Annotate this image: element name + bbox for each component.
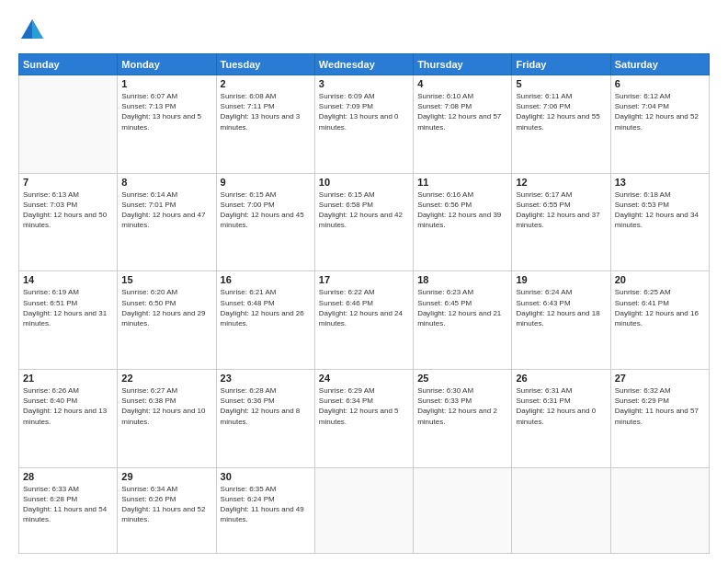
day-info: Sunrise: 6:07 AMSunset: 7:13 PMDaylight:… bbox=[121, 91, 211, 132]
day-number: 6 bbox=[615, 78, 705, 89]
calendar-cell: 12Sunrise: 6:17 AMSunset: 6:55 PMDayligh… bbox=[512, 173, 610, 271]
day-number: 9 bbox=[221, 177, 311, 188]
day-number: 29 bbox=[121, 471, 211, 482]
calendar-cell: 25Sunrise: 6:30 AMSunset: 6:33 PMDayligh… bbox=[414, 369, 512, 467]
day-info: Sunrise: 6:34 AMSunset: 6:26 PMDaylight:… bbox=[121, 484, 211, 525]
calendar-cell: 5Sunrise: 6:11 AMSunset: 7:06 PMDaylight… bbox=[512, 75, 610, 174]
day-number: 24 bbox=[319, 373, 409, 384]
svg-marker-1 bbox=[32, 19, 43, 39]
day-number: 7 bbox=[23, 177, 113, 188]
day-info: Sunrise: 6:09 AMSunset: 7:09 PMDaylight:… bbox=[319, 91, 409, 132]
day-number: 22 bbox=[121, 373, 211, 384]
day-number: 3 bbox=[319, 78, 409, 89]
day-info: Sunrise: 6:33 AMSunset: 6:28 PMDaylight:… bbox=[23, 484, 113, 525]
day-number: 18 bbox=[417, 274, 507, 285]
day-info: Sunrise: 6:10 AMSunset: 7:08 PMDaylight:… bbox=[417, 91, 507, 132]
calendar-day-header: Tuesday bbox=[216, 54, 314, 75]
day-number: 4 bbox=[417, 78, 507, 89]
day-number: 30 bbox=[221, 471, 311, 482]
calendar-cell: 30Sunrise: 6:35 AMSunset: 6:24 PMDayligh… bbox=[216, 467, 314, 553]
day-info: Sunrise: 6:30 AMSunset: 6:33 PMDaylight:… bbox=[417, 385, 507, 427]
calendar-cell: 19Sunrise: 6:24 AMSunset: 6:43 PMDayligh… bbox=[512, 271, 610, 370]
day-number: 20 bbox=[615, 274, 705, 285]
day-info: Sunrise: 6:21 AMSunset: 6:48 PMDaylight:… bbox=[221, 287, 311, 328]
calendar-cell: 16Sunrise: 6:21 AMSunset: 6:48 PMDayligh… bbox=[216, 271, 314, 370]
day-info: Sunrise: 6:16 AMSunset: 6:56 PMDaylight:… bbox=[417, 190, 507, 231]
day-number: 16 bbox=[221, 274, 311, 285]
calendar-cell: 7Sunrise: 6:13 AMSunset: 7:03 PMDaylight… bbox=[19, 173, 118, 271]
day-info: Sunrise: 6:17 AMSunset: 6:55 PMDaylight:… bbox=[516, 190, 606, 231]
calendar-cell: 10Sunrise: 6:15 AMSunset: 6:58 PMDayligh… bbox=[314, 173, 413, 271]
calendar-cell: 18Sunrise: 6:23 AMSunset: 6:45 PMDayligh… bbox=[414, 271, 512, 370]
header bbox=[18, 17, 710, 44]
calendar-day-header: Saturday bbox=[610, 54, 709, 75]
calendar-cell: 28Sunrise: 6:33 AMSunset: 6:28 PMDayligh… bbox=[19, 467, 118, 553]
calendar-table: SundayMondayTuesdayWednesdayThursdayFrid… bbox=[18, 53, 710, 554]
day-number: 2 bbox=[221, 78, 311, 89]
calendar-cell: 9Sunrise: 6:15 AMSunset: 7:00 PMDaylight… bbox=[216, 173, 314, 271]
calendar-cell bbox=[414, 467, 512, 553]
calendar-cell: 27Sunrise: 6:32 AMSunset: 6:29 PMDayligh… bbox=[610, 369, 709, 467]
day-info: Sunrise: 6:20 AMSunset: 6:50 PMDaylight:… bbox=[121, 287, 211, 328]
calendar-day-header: Wednesday bbox=[314, 54, 413, 75]
day-info: Sunrise: 6:27 AMSunset: 6:38 PMDaylight:… bbox=[121, 385, 211, 427]
calendar-cell: 26Sunrise: 6:31 AMSunset: 6:31 PMDayligh… bbox=[512, 369, 610, 467]
calendar-cell: 3Sunrise: 6:09 AMSunset: 7:09 PMDaylight… bbox=[314, 75, 413, 174]
calendar-day-header: Friday bbox=[512, 54, 610, 75]
calendar-day-header: Thursday bbox=[414, 54, 512, 75]
logo-icon bbox=[18, 17, 46, 44]
day-number: 15 bbox=[121, 274, 211, 285]
day-number: 25 bbox=[417, 373, 507, 384]
day-info: Sunrise: 6:15 AMSunset: 7:00 PMDaylight:… bbox=[221, 190, 311, 231]
day-info: Sunrise: 6:31 AMSunset: 6:31 PMDaylight:… bbox=[516, 385, 606, 427]
calendar-cell: 1Sunrise: 6:07 AMSunset: 7:13 PMDaylight… bbox=[118, 75, 216, 174]
calendar-cell: 21Sunrise: 6:26 AMSunset: 6:40 PMDayligh… bbox=[19, 369, 118, 467]
calendar-cell: 13Sunrise: 6:18 AMSunset: 6:53 PMDayligh… bbox=[610, 173, 709, 271]
day-number: 27 bbox=[615, 373, 705, 384]
day-number: 13 bbox=[615, 177, 705, 188]
calendar-cell: 4Sunrise: 6:10 AMSunset: 7:08 PMDaylight… bbox=[414, 75, 512, 174]
calendar-cell: 23Sunrise: 6:28 AMSunset: 6:36 PMDayligh… bbox=[216, 369, 314, 467]
day-number: 11 bbox=[417, 177, 507, 188]
day-info: Sunrise: 6:08 AMSunset: 7:11 PMDaylight:… bbox=[221, 91, 311, 132]
day-info: Sunrise: 6:14 AMSunset: 7:01 PMDaylight:… bbox=[121, 190, 211, 231]
calendar-cell: 2Sunrise: 6:08 AMSunset: 7:11 PMDaylight… bbox=[216, 75, 314, 174]
day-info: Sunrise: 6:11 AMSunset: 7:06 PMDaylight:… bbox=[516, 91, 606, 132]
calendar-cell bbox=[19, 75, 118, 174]
calendar-cell: 11Sunrise: 6:16 AMSunset: 6:56 PMDayligh… bbox=[414, 173, 512, 271]
day-info: Sunrise: 6:22 AMSunset: 6:46 PMDaylight:… bbox=[319, 287, 409, 328]
day-info: Sunrise: 6:23 AMSunset: 6:45 PMDaylight:… bbox=[417, 287, 507, 328]
day-number: 28 bbox=[23, 471, 113, 482]
calendar-cell bbox=[512, 467, 610, 553]
calendar-header-row: SundayMondayTuesdayWednesdayThursdayFrid… bbox=[19, 54, 710, 75]
day-number: 17 bbox=[319, 274, 409, 285]
calendar-cell bbox=[314, 467, 413, 553]
day-info: Sunrise: 6:18 AMSunset: 6:53 PMDaylight:… bbox=[615, 190, 705, 231]
logo bbox=[18, 17, 50, 44]
day-number: 14 bbox=[23, 274, 113, 285]
day-number: 21 bbox=[23, 373, 113, 384]
calendar-cell: 24Sunrise: 6:29 AMSunset: 6:34 PMDayligh… bbox=[314, 369, 413, 467]
day-number: 26 bbox=[516, 373, 606, 384]
calendar-cell: 29Sunrise: 6:34 AMSunset: 6:26 PMDayligh… bbox=[118, 467, 216, 553]
day-number: 23 bbox=[221, 373, 311, 384]
calendar-cell: 6Sunrise: 6:12 AMSunset: 7:04 PMDaylight… bbox=[610, 75, 709, 174]
calendar-cell: 15Sunrise: 6:20 AMSunset: 6:50 PMDayligh… bbox=[118, 271, 216, 370]
day-number: 10 bbox=[319, 177, 409, 188]
day-number: 12 bbox=[516, 177, 606, 188]
calendar-day-header: Sunday bbox=[19, 54, 118, 75]
day-number: 1 bbox=[121, 78, 211, 89]
day-info: Sunrise: 6:28 AMSunset: 6:36 PMDaylight:… bbox=[221, 385, 311, 427]
day-number: 19 bbox=[516, 274, 606, 285]
day-info: Sunrise: 6:24 AMSunset: 6:43 PMDaylight:… bbox=[516, 287, 606, 328]
day-info: Sunrise: 6:26 AMSunset: 6:40 PMDaylight:… bbox=[23, 385, 113, 427]
day-info: Sunrise: 6:29 AMSunset: 6:34 PMDaylight:… bbox=[319, 385, 409, 427]
calendar-day-header: Monday bbox=[118, 54, 216, 75]
day-number: 8 bbox=[121, 177, 211, 188]
day-info: Sunrise: 6:19 AMSunset: 6:51 PMDaylight:… bbox=[23, 287, 113, 328]
calendar-cell bbox=[610, 467, 709, 553]
day-info: Sunrise: 6:35 AMSunset: 6:24 PMDaylight:… bbox=[221, 484, 311, 525]
calendar-cell: 20Sunrise: 6:25 AMSunset: 6:41 PMDayligh… bbox=[610, 271, 709, 370]
calendar-cell: 22Sunrise: 6:27 AMSunset: 6:38 PMDayligh… bbox=[118, 369, 216, 467]
day-info: Sunrise: 6:13 AMSunset: 7:03 PMDaylight:… bbox=[23, 190, 113, 231]
